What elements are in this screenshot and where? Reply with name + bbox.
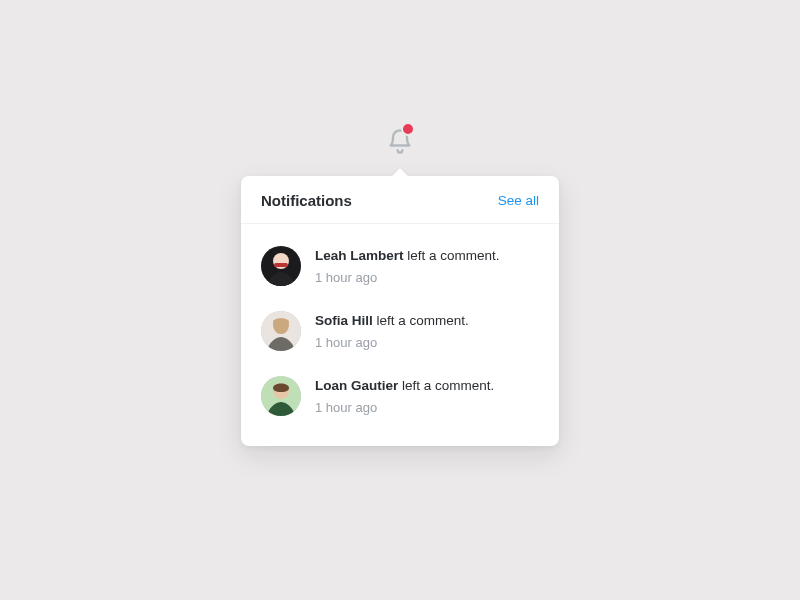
notification-text: Sofia Hill left a comment. 1 hour ago	[315, 311, 469, 352]
avatar-image-icon	[261, 246, 301, 286]
notification-item[interactable]: Sofia Hill left a comment. 1 hour ago	[261, 299, 539, 364]
notification-time: 1 hour ago	[315, 269, 500, 287]
unread-dot-icon	[401, 122, 415, 136]
avatar	[261, 376, 301, 416]
avatar-image-icon	[261, 376, 301, 416]
notification-action: left a comment.	[377, 313, 469, 328]
notifications-bell-button[interactable]	[380, 122, 420, 162]
notification-line: Sofia Hill left a comment.	[315, 312, 469, 330]
avatar	[261, 246, 301, 286]
notification-user: Leah Lambert	[315, 248, 404, 263]
avatar-image-icon	[261, 311, 301, 351]
notification-time: 1 hour ago	[315, 399, 494, 417]
notification-text: Leah Lambert left a comment. 1 hour ago	[315, 246, 500, 287]
notifications-list: Leah Lambert left a comment. 1 hour ago	[241, 224, 559, 446]
notification-action: left a comment.	[407, 248, 499, 263]
notification-user: Loan Gautier	[315, 378, 398, 393]
notification-text: Loan Gautier left a comment. 1 hour ago	[315, 376, 494, 417]
panel-title: Notifications	[261, 192, 352, 209]
notification-item[interactable]: Leah Lambert left a comment. 1 hour ago	[261, 234, 539, 299]
notification-action: left a comment.	[402, 378, 494, 393]
notification-time: 1 hour ago	[315, 334, 469, 352]
notification-user: Sofia Hill	[315, 313, 373, 328]
notification-line: Loan Gautier left a comment.	[315, 377, 494, 395]
svg-rect-2	[274, 263, 288, 267]
notifications-panel-header: Notifications See all	[241, 176, 559, 224]
stage: Notifications See all Leah Lambert	[0, 0, 800, 600]
notification-item[interactable]: Loan Gautier left a comment. 1 hour ago	[261, 364, 539, 429]
notification-line: Leah Lambert left a comment.	[315, 247, 500, 265]
notifications-panel: Notifications See all Leah Lambert	[241, 176, 559, 446]
avatar	[261, 311, 301, 351]
see-all-link[interactable]: See all	[498, 193, 539, 208]
